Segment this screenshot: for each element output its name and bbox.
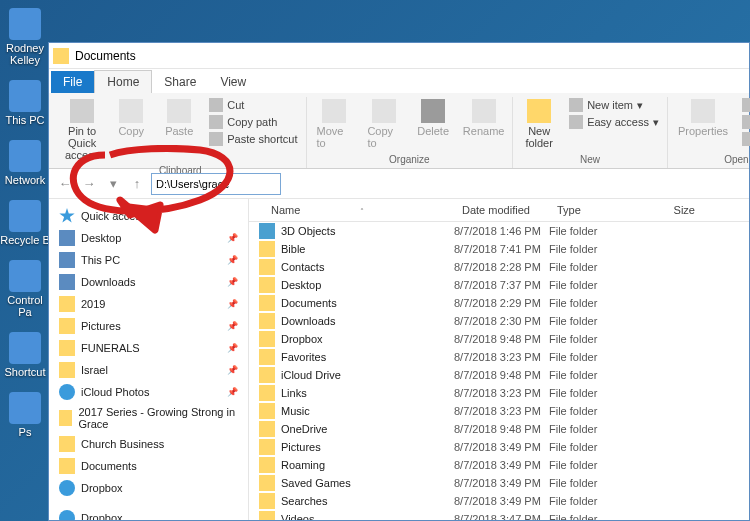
file-row[interactable]: Pictures8/7/2018 3:49 PMFile folder [249, 438, 749, 456]
nav-item[interactable]: Dropbox [53, 507, 244, 520]
file-row[interactable]: Desktop8/7/2018 7:37 PMFile folder [249, 276, 749, 294]
nav-item-label: This PC [81, 254, 120, 266]
nav-item[interactable]: Church Business [53, 433, 244, 455]
col-date[interactable]: Date modified [454, 199, 549, 221]
file-row[interactable]: Music8/7/2018 3:23 PMFile folder [249, 402, 749, 420]
back-button[interactable]: ← [55, 174, 75, 194]
desktop-icon[interactable]: This PC [0, 80, 50, 126]
nav-item-label: FUNERALS [81, 342, 140, 354]
nav-item[interactable]: 2017 Series - Growing Strong in Grace [53, 403, 244, 433]
nav-item[interactable]: Quick access [53, 205, 244, 227]
tab-file[interactable]: File [51, 71, 94, 93]
new-item-button[interactable]: New item▾ [567, 97, 661, 113]
desktop-icon[interactable]: Recycle B [0, 200, 50, 246]
desktop-icon-label: Recycle B [0, 234, 50, 246]
recent-locations-button[interactable]: ▾ [103, 174, 123, 194]
explorer-body: Quick accessDesktop📌This PC📌Downloads📌20… [49, 199, 749, 520]
move-to-button[interactable]: Move to [313, 97, 356, 152]
file-icon [259, 385, 275, 401]
edit-button[interactable]: Edit [740, 114, 750, 130]
cut-button[interactable]: Cut [207, 97, 299, 113]
file-row[interactable]: Contacts8/7/2018 2:28 PMFile folder [249, 258, 749, 276]
file-row[interactable]: Searches8/7/2018 3:49 PMFile folder [249, 492, 749, 510]
file-name: Dropbox [281, 333, 323, 345]
ribbon: Pin to Quick access Copy Paste Cut Copy … [49, 93, 749, 169]
nav-item[interactable]: FUNERALS📌 [53, 337, 244, 359]
file-row[interactable]: iCloud Drive8/7/2018 9:48 PMFile folder [249, 366, 749, 384]
nav-item[interactable]: Pictures📌 [53, 315, 244, 337]
file-row[interactable]: OneDrive8/7/2018 9:48 PMFile folder [249, 420, 749, 438]
group-label-open: Open [724, 152, 748, 168]
file-row[interactable]: Downloads8/7/2018 2:30 PMFile folder [249, 312, 749, 330]
tab-share[interactable]: Share [152, 71, 208, 93]
file-date: 8/7/2018 3:23 PM [454, 351, 549, 363]
copy-button[interactable]: Copy [111, 97, 151, 163]
rename-button[interactable]: Rename [461, 97, 506, 152]
file-type: File folder [549, 477, 644, 489]
folder-icon [59, 318, 75, 334]
file-type: File folder [549, 495, 644, 507]
titlebar[interactable]: Documents [49, 43, 749, 69]
pin-icon [70, 99, 94, 123]
desktop-icon[interactable]: Rodney Kelley [0, 8, 50, 66]
desktop-icon[interactable]: Shortcut [0, 332, 50, 378]
desktop-icon[interactable]: Control Pa [0, 260, 50, 318]
copy-to-button[interactable]: Copy to [363, 97, 405, 152]
desktop-icon[interactable]: Ps [0, 392, 50, 438]
nav-item[interactable]: Desktop📌 [53, 227, 244, 249]
file-row[interactable]: Favorites8/7/2018 3:23 PMFile folder [249, 348, 749, 366]
tab-home[interactable]: Home [94, 70, 152, 93]
move-icon [322, 99, 346, 123]
pin-icon: 📌 [227, 365, 238, 375]
nav-item[interactable]: This PC📌 [53, 249, 244, 271]
paste-button[interactable]: Paste [159, 97, 199, 163]
file-row[interactable]: Roaming8/7/2018 3:49 PMFile folder [249, 456, 749, 474]
nav-item[interactable]: iCloud Photos📌 [53, 381, 244, 403]
file-row[interactable]: Dropbox8/7/2018 9:48 PMFile folder [249, 330, 749, 348]
new-folder-icon [527, 99, 551, 123]
navigation-pane[interactable]: Quick accessDesktop📌This PC📌Downloads📌20… [49, 199, 249, 520]
pin-quick-access-button[interactable]: Pin to Quick access [61, 97, 103, 163]
open-button[interactable]: Open▾ [740, 97, 750, 113]
easy-access-button[interactable]: Easy access▾ [567, 114, 661, 130]
history-icon [742, 132, 750, 146]
forward-button[interactable]: → [79, 174, 99, 194]
file-date: 8/7/2018 9:48 PM [454, 369, 549, 381]
history-button[interactable]: History [740, 131, 750, 147]
file-row[interactable]: Bible8/7/2018 7:41 PMFile folder [249, 240, 749, 258]
properties-button[interactable]: Properties [674, 97, 732, 152]
file-icon [259, 457, 275, 473]
nav-item[interactable]: Documents [53, 455, 244, 477]
file-name: Saved Games [281, 477, 351, 489]
copy-to-icon [372, 99, 396, 123]
copy-path-button[interactable]: Copy path [207, 114, 299, 130]
col-size[interactable]: Size [644, 199, 704, 221]
delete-button[interactable]: Delete [413, 97, 453, 152]
desktop-icon[interactable]: Network [0, 140, 50, 186]
pin-icon: 📌 [227, 255, 238, 265]
address-bar: ← → ▾ ↑ [49, 169, 749, 199]
nav-item[interactable]: Downloads📌 [53, 271, 244, 293]
up-button[interactable]: ↑ [127, 174, 147, 194]
nav-item-label: Downloads [81, 276, 135, 288]
nav-item[interactable]: 2019📌 [53, 293, 244, 315]
app-icon [9, 332, 41, 364]
col-type[interactable]: Type [549, 199, 644, 221]
nav-item[interactable]: Dropbox [53, 477, 244, 499]
file-list[interactable]: Name˄ Date modified Type Size 3D Objects… [249, 199, 749, 520]
file-row[interactable]: Documents8/7/2018 2:29 PMFile folder [249, 294, 749, 312]
paste-shortcut-button[interactable]: Paste shortcut [207, 131, 299, 147]
desktop-icon-label: Shortcut [0, 366, 50, 378]
nav-item[interactable]: Israel📌 [53, 359, 244, 381]
address-input-box[interactable] [151, 173, 281, 195]
file-row[interactable]: 3D Objects8/7/2018 1:46 PMFile folder [249, 222, 749, 240]
new-folder-button[interactable]: New folder [519, 97, 559, 152]
folder-icon [59, 362, 75, 378]
file-row[interactable]: Saved Games8/7/2018 3:49 PMFile folder [249, 474, 749, 492]
file-row[interactable]: Links8/7/2018 3:23 PMFile folder [249, 384, 749, 402]
address-input[interactable] [156, 178, 276, 190]
col-name[interactable]: Name˄ [249, 199, 454, 221]
tab-view[interactable]: View [208, 71, 258, 93]
paste-icon [167, 99, 191, 123]
file-row[interactable]: Videos8/7/2018 3:47 PMFile folder [249, 510, 749, 520]
